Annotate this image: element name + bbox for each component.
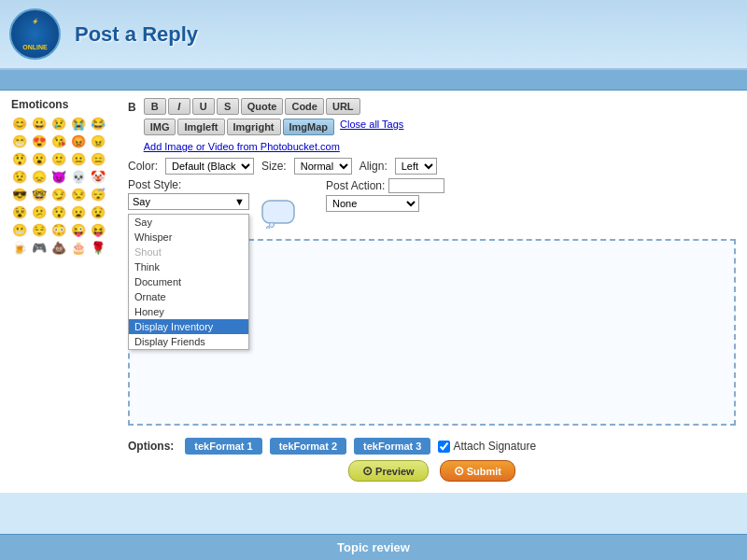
emoticon[interactable]: 😯 [50,203,67,220]
post-style-dropdown-container: Say Say ▼ Say Whisper Shout Think Docume… [128,193,249,210]
post-style-item-display-inventory[interactable]: Display Inventory [129,319,248,334]
emoticon[interactable]: 🍺 [11,239,28,256]
emoticon[interactable]: 😭 [70,115,87,132]
emoticon[interactable]: 😍 [31,133,48,149]
emoticons-panel: Emoticons 😊 😀 😢 😭 😂 😁 😍 😘 😡 😠 😲 😮 🙂 😐 😑 … [11,98,123,485]
dropdown-arrow-icon: ▼ [234,196,245,207]
img-button[interactable]: IMG [144,119,176,135]
emoticon[interactable]: 💩 [50,239,67,256]
svg-point-2 [267,227,270,230]
photobucket-link[interactable]: Add Image or Video from Photobucket.com [144,141,404,152]
post-action-input[interactable] [388,178,444,193]
tekformat2-button[interactable]: tekFormat 2 [270,438,346,455]
emoticon[interactable]: 😎 [11,186,28,203]
main-content: Emoticons 😊 😀 😢 😭 😂 😁 😍 😘 😡 😠 😲 😮 🙂 😐 😑 … [0,91,747,493]
emoticon[interactable]: 😂 [90,115,106,132]
post-style-item-say[interactable]: Say [129,215,248,230]
emoticon[interactable]: 😒 [70,186,87,203]
emoticon[interactable]: 😢 [50,115,67,132]
post-style-section: Post Style: Say Say ▼ Say Whisper [128,178,249,210]
imgmap-button[interactable]: ImgMap [283,119,335,135]
emoticon-grid: 😊 😀 😢 😭 😂 😁 😍 😘 😡 😠 😲 😮 🙂 😐 😑 😟 😞 😈 💀 🤡 … [11,115,116,256]
emoticon[interactable]: 😁 [11,133,28,149]
post-style-item-whisper[interactable]: Whisper [129,230,248,245]
post-style-list: Say Whisper Shout Think Document Ornate … [128,214,249,350]
bold-button[interactable]: B [144,98,166,115]
emoticon[interactable]: 😴 [90,186,106,203]
post-style-item-shout[interactable]: Shout [129,245,248,259]
emoticon[interactable]: 🤓 [31,186,48,203]
emoticon[interactable]: 💀 [70,168,87,185]
emoticon[interactable]: 😮 [31,150,48,167]
submit-icon: ⊙ [454,464,464,478]
preview-icon: ⊙ [362,464,373,478]
attach-sig-checkbox[interactable] [438,441,450,453]
emoticon[interactable]: 😠 [90,133,106,149]
emoticon[interactable]: 😲 [11,150,28,167]
emoticon[interactable]: 😌 [31,221,48,238]
toolbar-row-2: IMG Imgleft Imgright ImgMap Close all Ta… [144,119,404,135]
post-style-item-think[interactable]: Think [129,259,248,274]
formatting-row: Color: Default (Black Size: Normal Align… [128,158,736,175]
post-style-trigger[interactable]: Say ▼ [128,193,249,210]
emoticon[interactable]: 😀 [31,115,48,132]
message-label-row: B B I U S Quote Code URL IMG Imgleft Img… [128,98,736,152]
emoticon[interactable]: 😵 [11,203,28,220]
size-label: Size: [261,160,287,173]
emoticon[interactable]: 🎮 [31,239,48,256]
color-label: Color: [128,160,158,173]
emoticon[interactable]: 😝 [90,221,106,238]
color-select[interactable]: Default (Black [165,158,254,175]
preview-button[interactable]: ⊙ Preview [348,460,429,482]
emoticon[interactable]: 😬 [11,221,28,238]
message-area: B B I U S Quote Code URL IMG Imgleft Img… [123,98,736,485]
emoticon[interactable]: 😞 [31,168,48,185]
topic-review-footer: Topic review [0,534,747,560]
emoticon[interactable]: 🙂 [50,150,67,167]
quote-button[interactable]: Quote [241,98,284,115]
url-button[interactable]: URL [326,98,360,115]
align-label: Align: [359,160,388,173]
code-button[interactable]: Code [285,98,324,115]
toolbar-row-1: B I U S Quote Code URL [144,98,404,115]
emoticon[interactable]: 🌹 [90,239,106,256]
emoticon[interactable]: 🎂 [70,239,87,256]
strike-button[interactable]: S [217,98,239,115]
post-style-item-honey[interactable]: Honey [129,304,248,319]
emoticon[interactable]: 😏 [50,186,67,203]
tekformat3-button[interactable]: tekFormat 3 [354,438,430,455]
tekformat1-button[interactable]: tekFormat 1 [185,438,261,455]
submit-row: ⊙ Preview ⊙ Submit [128,460,736,485]
submit-button[interactable]: ⊙ Submit [440,460,515,482]
post-style-item-document[interactable]: Document [129,274,248,289]
emoticon[interactable]: 😐 [70,150,87,167]
emoticon[interactable]: 😕 [31,203,48,220]
emoticon[interactable]: 😑 [90,150,106,167]
post-action-select[interactable]: None [326,195,419,212]
emoticon[interactable]: 😜 [70,221,87,238]
imgright-button[interactable]: Imgright [227,119,281,135]
thought-bubble-icon [261,197,298,231]
italic-button[interactable]: I [168,98,190,115]
emoticon[interactable]: 🤡 [90,168,106,185]
post-style-label: Post Style: [128,178,181,191]
emoticon[interactable]: 😦 [70,203,87,220]
attach-signature-row: Attach Signature [438,440,536,453]
align-select[interactable]: Left [395,158,437,175]
close-tags-link[interactable]: Close all Tags [340,119,403,135]
emoticon[interactable]: 😊 [11,115,28,132]
emoticon[interactable]: 😡 [70,133,87,149]
post-style-value: Say [133,196,150,207]
post-style-item-display-friends[interactable]: Display Friends [129,334,248,349]
emoticon[interactable]: 😧 [90,203,106,220]
emoticon[interactable]: 😟 [11,168,28,185]
emoticon[interactable]: 😳 [50,221,67,238]
emoticon[interactable]: 😈 [50,168,67,185]
submit-label: Submit [467,466,501,477]
underline-button[interactable]: U [192,98,215,115]
imgleft-button[interactable]: Imgleft [177,119,224,135]
post-action-label: Post Action: [326,179,385,192]
post-style-item-ornate[interactable]: Ornate [129,289,248,304]
size-select[interactable]: Normal [294,158,352,175]
emoticon[interactable]: 😘 [50,133,67,149]
